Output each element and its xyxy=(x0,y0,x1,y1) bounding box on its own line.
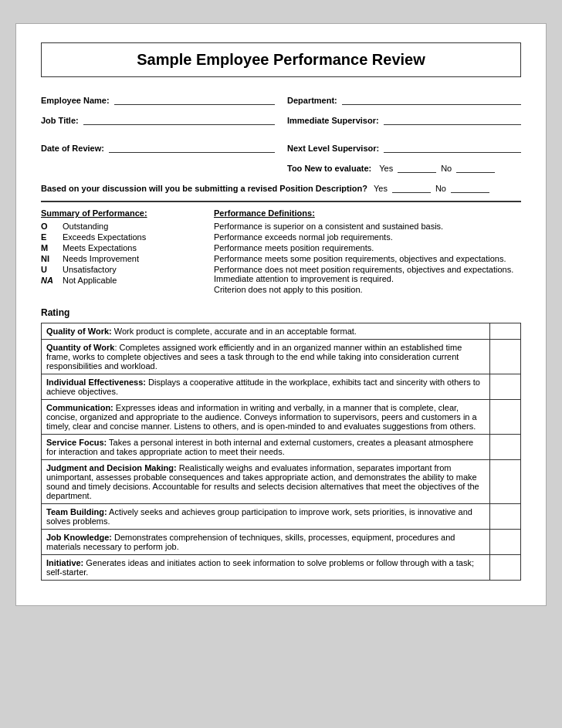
definition-text: Performance does not meet position requi… xyxy=(214,264,521,284)
definition-row: Performance does not meet position requi… xyxy=(214,264,521,284)
too-new-no-input[interactable] xyxy=(456,161,495,173)
summary-code: M xyxy=(41,242,63,253)
criteria-title: Quality of Work: xyxy=(46,327,112,336)
criteria-description: Work product is complete, accurate and i… xyxy=(112,327,357,336)
definition-row: Performance meets some position requirem… xyxy=(214,253,521,264)
row-jobtitle-supervisor: Job Title: Immediate Supervisor: xyxy=(41,113,521,125)
rating-section: Rating Quality of Work: Work product is … xyxy=(41,307,521,581)
score-cell[interactable] xyxy=(490,400,521,435)
position-no-label: No xyxy=(435,184,446,193)
definitions-heading: Performance Definitions: xyxy=(214,208,521,218)
score-cell[interactable] xyxy=(490,435,521,460)
criteria-cell: Individual Effectiveness: Displays a coo… xyxy=(42,374,490,400)
definition-text: Performance meets position requirements. xyxy=(214,242,521,253)
score-cell[interactable] xyxy=(490,340,521,374)
summary-table-right: Performance is superior on a consistent … xyxy=(214,221,521,295)
date-review-input[interactable] xyxy=(109,141,275,153)
criteria-cell: Initiative: Generates ideas and initiate… xyxy=(42,555,490,581)
definition-row: Performance exceeds normal job requireme… xyxy=(214,232,521,242)
summary-heading: Summary of Performance: xyxy=(41,208,195,218)
department-input[interactable] xyxy=(342,93,521,105)
immediate-supervisor-field: Immediate Supervisor: xyxy=(287,113,521,125)
summary-code: NI xyxy=(41,253,63,264)
no-label: No xyxy=(441,164,452,173)
definition-text: Performance exceeds normal job requireme… xyxy=(214,232,521,242)
criteria-title: Job Knowledge: xyxy=(46,533,112,542)
definition-text: Performance is superior on a consistent … xyxy=(214,221,521,232)
summary-label: Outstanding xyxy=(63,221,151,232)
date-review-field: Date of Review: xyxy=(41,141,275,153)
summary-label: Unsatisfactory xyxy=(63,264,151,275)
criteria-description: Actively seeks and achieves group partic… xyxy=(46,507,472,526)
definition-text: Performance meets some position requirem… xyxy=(214,253,521,264)
position-description-row: Based on your discussion will you be sub… xyxy=(41,181,521,193)
employee-name-label: Employee Name: xyxy=(41,96,110,105)
criteria-title: Team Building: xyxy=(46,507,107,516)
yes-label: Yes xyxy=(379,164,393,173)
position-no-input[interactable] xyxy=(451,181,489,193)
summary-row: MMeets Expectations xyxy=(41,242,151,253)
summary-row: NANot Applicable xyxy=(41,275,151,286)
summary-code: O xyxy=(41,221,63,232)
summary-label: Not Applicable xyxy=(63,275,151,286)
row-toonew: Too New to evaluate: Yes No xyxy=(41,161,521,173)
score-cell[interactable] xyxy=(490,530,521,555)
summary-code: E xyxy=(41,232,63,242)
summary-code: NA xyxy=(41,275,63,286)
job-title-label: Job Title: xyxy=(41,116,79,125)
department-label: Department: xyxy=(287,96,337,105)
criteria-description: Generates ideas and initiates action to … xyxy=(46,558,474,577)
too-new-yes-no: Yes No xyxy=(379,161,495,173)
immediate-supervisor-label: Immediate Supervisor: xyxy=(287,116,379,125)
score-cell[interactable] xyxy=(490,323,521,340)
table-row: Quantity of Work: Completes assigned wor… xyxy=(42,340,521,374)
job-title-input[interactable] xyxy=(83,113,275,125)
criteria-title: Initiative: xyxy=(46,558,83,567)
rating-heading: Rating xyxy=(41,307,521,318)
definition-row: Performance meets position requirements. xyxy=(214,242,521,253)
score-cell[interactable] xyxy=(490,555,521,581)
title-box: Sample Employee Performance Review xyxy=(41,42,521,77)
criteria-cell: Quality of Work: Work product is complet… xyxy=(42,323,490,340)
table-row: Service Focus: Takes a personal interest… xyxy=(42,435,521,460)
summary-row: UUnsatisfactory xyxy=(41,264,151,275)
position-yes-input[interactable] xyxy=(392,181,431,193)
score-cell[interactable] xyxy=(490,504,521,530)
employee-name-field: Employee Name: xyxy=(41,93,275,105)
next-level-supervisor-label: Next Level Supervisor: xyxy=(287,144,379,153)
summary-left: Summary of Performance: OOutstandingEExc… xyxy=(41,208,195,295)
job-title-field: Job Title: xyxy=(41,113,275,125)
position-question-text: Based on your discussion will you be sub… xyxy=(41,184,367,193)
too-new-yes-input[interactable] xyxy=(398,161,436,173)
header-fields: Employee Name: Department: Job Title: Im… xyxy=(41,93,521,193)
summary-table-left: OOutstandingEExceeds ExpectationsMMeets … xyxy=(41,221,151,286)
definition-text: Criterion does not apply to this positio… xyxy=(214,284,521,295)
summary-row: OOutstanding xyxy=(41,221,151,232)
department-field: Department: xyxy=(287,93,521,105)
page: Sample Employee Performance Review Emplo… xyxy=(15,23,547,606)
score-cell[interactable] xyxy=(490,374,521,400)
score-cell[interactable] xyxy=(490,460,521,504)
too-new-field: Too New to evaluate: Yes No xyxy=(287,161,521,173)
employee-name-input[interactable] xyxy=(114,93,275,105)
criteria-title: Service Focus: xyxy=(46,438,107,447)
definition-row: Criterion does not apply to this positio… xyxy=(214,284,521,295)
table-row: Quality of Work: Work product is complet… xyxy=(42,323,521,340)
next-level-supervisor-field: Next Level Supervisor: xyxy=(287,141,521,153)
criteria-title: Communication: xyxy=(46,403,113,412)
summary-section: Summary of Performance: OOutstandingEExc… xyxy=(41,208,521,295)
table-row: Individual Effectiveness: Displays a coo… xyxy=(42,374,521,400)
immediate-supervisor-input[interactable] xyxy=(384,113,521,125)
table-row: Judgment and Decision Making: Realistica… xyxy=(42,460,521,504)
definition-row: Performance is superior on a consistent … xyxy=(214,221,521,232)
summary-label: Needs Improvement xyxy=(63,253,151,264)
table-row: Job Knowledge: Demonstrates comprehensio… xyxy=(42,530,521,555)
criteria-title: Individual Effectiveness: xyxy=(46,378,146,387)
table-row: Initiative: Generates ideas and initiate… xyxy=(42,555,521,581)
criteria-cell: Quantity of Work: Completes assigned wor… xyxy=(42,340,490,374)
criteria-cell: Service Focus: Takes a personal interest… xyxy=(42,435,490,460)
summary-right: Performance Definitions: Performance is … xyxy=(214,208,521,295)
criteria-cell: Communication: Expresses ideas and infor… xyxy=(42,400,490,435)
criteria-cell: Team Building: Actively seeks and achiev… xyxy=(42,504,490,530)
next-level-supervisor-input[interactable] xyxy=(384,141,521,153)
